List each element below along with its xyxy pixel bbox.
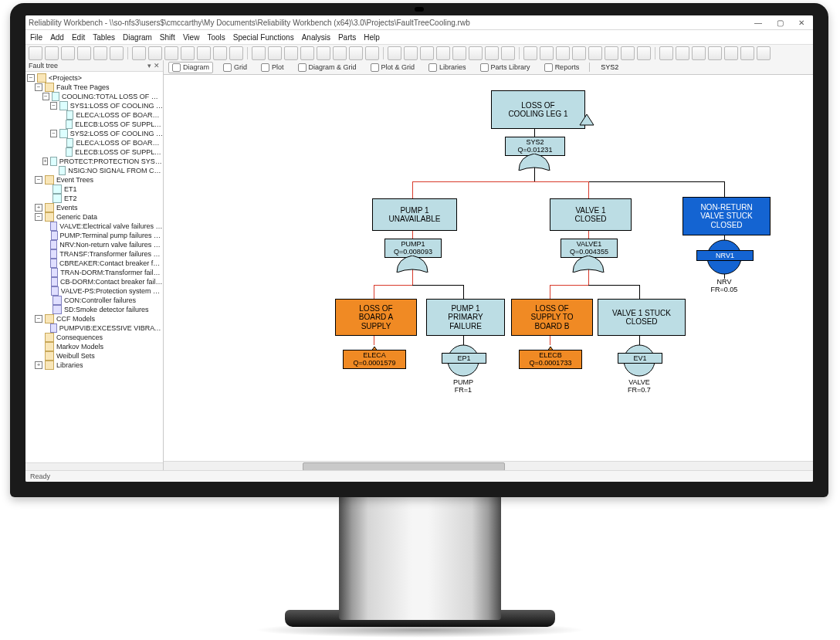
- toolbar-button-37[interactable]: [659, 46, 673, 60]
- toolbar-button-22[interactable]: [404, 46, 418, 60]
- expand-icon[interactable]: −: [27, 74, 35, 82]
- expand-icon[interactable]: −: [42, 93, 49, 100]
- toolbar-button-10[interactable]: [197, 46, 211, 60]
- tree-item[interactable]: ET2: [25, 194, 163, 203]
- toolbar-button-3[interactable]: [77, 46, 91, 60]
- menu-add[interactable]: Add: [50, 33, 64, 42]
- view-tab-diagram-grid[interactable]: Diagram & Grid: [294, 62, 361, 73]
- node-ev1-desc[interactable]: VALVE 1 STUCK CLOSED: [598, 299, 686, 336]
- sidebar-title[interactable]: Fault tree ▾ ✕: [25, 60, 163, 72]
- tree-item[interactable]: −Event Trees: [25, 175, 163, 185]
- toolbar-button-5[interactable]: [110, 46, 124, 60]
- menu-view[interactable]: View: [183, 33, 200, 42]
- expand-icon[interactable]: −: [50, 130, 57, 137]
- tree-item[interactable]: TRAN-DORM:Transformer failures – dormant: [25, 268, 163, 277]
- toolbar-button-30[interactable]: [540, 46, 554, 60]
- node-ep1-desc[interactable]: PUMP 1 PRIMARY FAILURE: [426, 299, 505, 336]
- tree-item[interactable]: ELECB:LOSS OF SUPPLY TO BOARD B: [25, 147, 163, 157]
- tree-item[interactable]: ELECA:LOSS OF BOARD A SUPPLY: [25, 138, 163, 147]
- view-tab-grid[interactable]: Grid: [219, 62, 251, 73]
- toolbar-button-39[interactable]: [692, 46, 706, 60]
- menu-file[interactable]: File: [30, 33, 42, 42]
- toolbar-button-8[interactable]: [164, 46, 178, 60]
- toolbar-button-25[interactable]: [452, 46, 466, 60]
- tree-item[interactable]: +Events: [25, 203, 163, 212]
- tree-item[interactable]: −<Projects>: [25, 73, 163, 83]
- diagram-canvas[interactable]: LOSS OF COOLING LEG 1 SYS2 Q=0.01231 PU: [164, 75, 813, 471]
- toolbar-button-40[interactable]: [708, 46, 722, 60]
- tree-item[interactable]: −Generic Data: [25, 212, 163, 222]
- tree-item[interactable]: −SYS2:LOSS OF COOLING LEG 2: [25, 129, 163, 138]
- tree-item[interactable]: VALVE-PS:Protection system valve failure…: [25, 286, 163, 296]
- node-pump1-desc[interactable]: PUMP 1 UNAVAILABLE: [372, 198, 457, 231]
- gate-valve1-label[interactable]: VALVE1 Q=0.004355: [561, 239, 618, 258]
- toolbar-button-36[interactable]: [637, 46, 651, 60]
- toolbar-button-12[interactable]: [229, 46, 243, 60]
- menu-diagram[interactable]: Diagram: [123, 33, 152, 42]
- menu-help[interactable]: Help: [364, 33, 380, 42]
- tree-item[interactable]: ELECB:LOSS OF SUPPLY TO BOARD B: [25, 120, 163, 129]
- project-tree[interactable]: −<Projects>−Fault Tree Pages−COOLING:TOT…: [25, 72, 163, 462]
- menu-special-functions[interactable]: Special Functions: [233, 33, 294, 42]
- close-button[interactable]: ✕: [793, 19, 810, 27]
- tree-item[interactable]: −Fault Tree Pages: [25, 83, 163, 92]
- menu-shift[interactable]: Shift: [160, 33, 175, 42]
- tree-item[interactable]: Markov Models: [25, 342, 163, 351]
- breadcrumb-current[interactable]: SYS2: [601, 63, 618, 71]
- toolbar-button-43[interactable]: [757, 46, 771, 60]
- expand-icon[interactable]: −: [50, 102, 57, 110]
- expand-icon[interactable]: −: [35, 83, 42, 91]
- toolbar-button-15[interactable]: [284, 46, 298, 60]
- tree-item[interactable]: CB-DORM:Contact breaker failures – dorma…: [25, 277, 163, 286]
- toolbar-button-13[interactable]: [252, 46, 266, 60]
- toolbar-button-20[interactable]: [365, 46, 379, 60]
- toolbar-button-32[interactable]: [572, 46, 586, 60]
- expand-icon[interactable]: −: [35, 315, 42, 323]
- node-valve1-desc[interactable]: VALVE 1 CLOSED: [550, 198, 632, 231]
- expand-icon[interactable]: +: [35, 361, 42, 369]
- node-elecb-desc[interactable]: LOSS OF SUPPLY TO BOARD B: [511, 299, 593, 336]
- gate-sys2-label[interactable]: SYS2 Q=0.01231: [505, 137, 565, 156]
- view-tab-plot[interactable]: Plot: [257, 62, 288, 73]
- tree-item[interactable]: −COOLING:TOTAL LOSS OF COOLING: [25, 92, 163, 101]
- tree-item[interactable]: Weibull Sets: [25, 351, 163, 361]
- toolbar-button-14[interactable]: [268, 46, 282, 60]
- toolbar-button-26[interactable]: [469, 46, 483, 60]
- tree-item[interactable]: PUMPVIB:EXCESSIVE VIBRATION AFFECTING P: [25, 323, 163, 333]
- tree-item[interactable]: SD:Smoke detector failures: [25, 305, 163, 314]
- expand-icon[interactable]: +: [42, 157, 48, 165]
- toolbar-button-1[interactable]: [45, 46, 59, 60]
- node-nrv-desc[interactable]: NON-RETURN VALVE STUCK CLOSED: [682, 197, 771, 235]
- tree-item[interactable]: VALVE:Electrical valve failures – immedi…: [25, 222, 163, 231]
- view-tab-diagram[interactable]: Diagram: [168, 62, 213, 73]
- toolbar-button-42[interactable]: [740, 46, 754, 60]
- toolbar-button-35[interactable]: [621, 46, 635, 60]
- view-tab-parts-library[interactable]: Parts Library: [476, 62, 534, 73]
- toolbar-button-31[interactable]: [556, 46, 570, 60]
- toolbar-button-9[interactable]: [181, 46, 195, 60]
- toolbar-button-7[interactable]: [148, 46, 162, 60]
- tree-item[interactable]: ET1: [25, 185, 163, 194]
- tree-item[interactable]: TRANSF:Transformer failures – immediatel…: [25, 249, 163, 259]
- toolbar-button-34[interactable]: [605, 46, 618, 60]
- view-tab-strip[interactable]: DiagramGridPlotDiagram & GridPlot & Grid…: [164, 60, 813, 75]
- tree-item[interactable]: +Libraries: [25, 361, 163, 370]
- menu-tables[interactable]: Tables: [93, 33, 115, 42]
- toolbar-button-27[interactable]: [485, 46, 499, 60]
- toolbar-button-11[interactable]: [213, 46, 227, 60]
- toolbar-button-21[interactable]: [388, 46, 401, 60]
- view-tab-plot-grid[interactable]: Plot & Grid: [367, 62, 419, 73]
- expand-icon[interactable]: −: [35, 176, 42, 184]
- toolbar-button-4[interactable]: [93, 46, 107, 60]
- sidebar-dropdown-icon[interactable]: ▾ ✕: [147, 62, 160, 69]
- toolbar-button-41[interactable]: [724, 46, 738, 60]
- tree-item[interactable]: Consequences: [25, 333, 163, 342]
- toolbar-button-18[interactable]: [333, 46, 347, 60]
- toolbar-button-28[interactable]: [501, 46, 515, 60]
- tree-item[interactable]: CON:Controller failures: [25, 296, 163, 305]
- tree-item[interactable]: +PROTECT:PROTECTION SYSTEM UNAVAILABLE: [25, 157, 163, 166]
- maximize-button[interactable]: ▢: [771, 19, 788, 27]
- tree-item[interactable]: −CCF Models: [25, 314, 163, 323]
- menu-tools[interactable]: Tools: [207, 33, 225, 42]
- toolbar-button-2[interactable]: [61, 46, 75, 60]
